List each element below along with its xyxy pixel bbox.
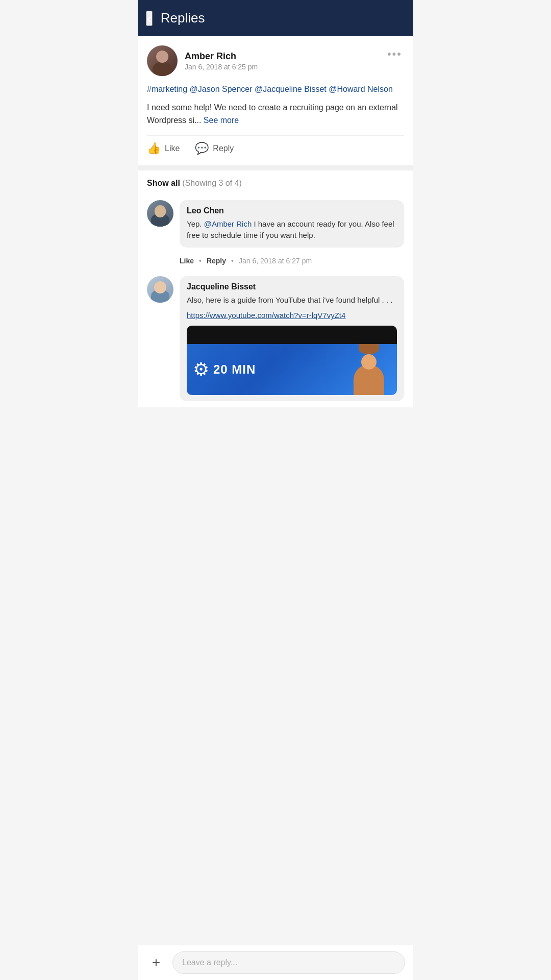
post-timestamp: Jan 6, 2018 at 6:25 pm — [185, 63, 258, 71]
section-divider — [138, 165, 413, 170]
reply-text: Also, here is a guide from YouTube that … — [187, 295, 397, 306]
back-button[interactable]: ‹ — [146, 11, 153, 26]
show-all-text: Show all (Showing 3 of 4) — [147, 179, 242, 187]
post-body-text: I need some help! We need to create a re… — [147, 103, 398, 125]
show-all-bar: Show all (Showing 3 of 4) — [138, 170, 413, 194]
reply-button[interactable]: 💬 Reply — [195, 140, 234, 157]
reply-icon: 💬 — [195, 142, 209, 155]
reply-mention: @Amber Rich — [204, 219, 252, 228]
show-all-count-text: (Showing 3 of 4) — [182, 179, 242, 187]
reply-reply-button[interactable]: Reply — [207, 257, 226, 265]
like-button[interactable]: 👍 Like — [147, 140, 180, 157]
post-author-section: Amber Rich Jan 6, 2018 at 6:25 pm — [147, 45, 258, 76]
dot-separator: • — [231, 257, 234, 265]
like-icon: 👍 — [147, 142, 161, 155]
video-title-text: 20 MIN — [213, 362, 256, 377]
reply-item: Jacqueline Bisset Also, here is a guide … — [147, 270, 404, 408]
post-actions: 👍 Like 💬 Reply — [147, 135, 404, 160]
post-body: I need some help! We need to create a re… — [147, 102, 404, 127]
video-black-bar — [187, 326, 397, 344]
page-title: Replies — [161, 10, 205, 26]
replies-section: Leo Chen Yep. @Amber Rich I have an acco… — [138, 194, 413, 408]
main-post: Amber Rich Jan 6, 2018 at 6:25 pm ••• #m… — [138, 36, 413, 165]
avatar — [147, 45, 178, 76]
reply-label: Reply — [213, 144, 234, 153]
video-thumbnail: ⚙ 20 MIN — [187, 344, 397, 395]
reply-bubble: Leo Chen Yep. @Amber Rich I have an acco… — [180, 200, 404, 248]
reply-author-name: Jacqueline Bisset — [187, 282, 397, 291]
like-label: Like — [165, 144, 180, 153]
reply-item: Leo Chen Yep. @Amber Rich I have an acco… — [147, 194, 404, 254]
reply-text: Yep. @Amber Rich I have an account ready… — [187, 218, 397, 241]
video-preview[interactable]: ⚙ 20 MIN — [187, 326, 397, 395]
reply-author-name: Leo Chen — [187, 206, 397, 215]
reply-timestamp: Jan 6, 2018 at 6:27 pm — [239, 257, 312, 265]
author-name: Amber Rich — [185, 51, 258, 62]
show-all-link[interactable]: Show all — [147, 179, 180, 187]
reply-meta: Like • Reply • Jan 6, 2018 at 6:27 pm — [147, 254, 404, 270]
post-tags: #marketing @Jason Spencer @Jacqueline Bi… — [147, 83, 404, 95]
header: ‹ Replies — [138, 0, 413, 36]
reply-bubble: Jacqueline Bisset Also, here is a guide … — [180, 276, 404, 402]
see-more-link[interactable]: See more — [204, 116, 239, 125]
post-header: Amber Rich Jan 6, 2018 at 6:25 pm ••• — [147, 45, 404, 76]
bottom-spacer — [138, 407, 413, 448]
avatar — [147, 276, 173, 303]
reply-like-button[interactable]: Like — [180, 257, 194, 265]
dot-separator: • — [199, 257, 202, 265]
more-options-button[interactable]: ••• — [385, 45, 404, 63]
author-info: Amber Rich Jan 6, 2018 at 6:25 pm — [185, 51, 258, 71]
reply-link[interactable]: https://www.youtube.com/watch?v=r-lqV7vy… — [187, 311, 397, 320]
avatar — [147, 200, 173, 227]
reply-prefix: Yep. — [187, 219, 204, 228]
gear-icon: ⚙ — [193, 359, 209, 380]
